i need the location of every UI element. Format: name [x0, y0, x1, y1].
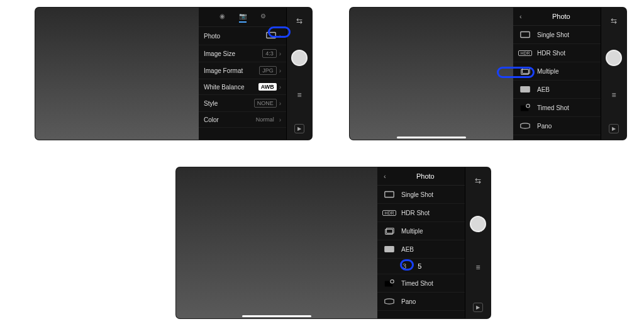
svg-rect-6	[524, 87, 525, 91]
photo-mode-panel: ‹ Photo Single Shot HDR HDR Shot Multipl…	[377, 167, 465, 318]
multiple-icon	[384, 227, 395, 235]
svg-rect-5	[522, 87, 523, 91]
back-icon[interactable]: ‹	[519, 13, 522, 20]
svg-rect-1	[521, 32, 530, 38]
svg-rect-16	[391, 247, 392, 251]
mode-timed-shot[interactable]: Timed Shot	[377, 274, 465, 293]
row-image-format[interactable]: Image Format JPG ›	[199, 62, 286, 79]
row-photo[interactable]: Photo ›	[199, 27, 286, 45]
aeb-icon	[519, 85, 531, 94]
pano-icon	[519, 121, 531, 130]
color-value: Normal	[253, 116, 277, 123]
sliders-icon[interactable]: ≡	[611, 91, 616, 99]
right-side-column: ⇆ ≡ ▶	[287, 8, 312, 140]
shutter-button[interactable]	[291, 50, 308, 66]
svg-rect-8	[521, 105, 529, 111]
mode-multiple[interactable]: Multiple	[377, 222, 465, 240]
shutter-button[interactable]	[606, 50, 622, 66]
timed-shot-icon	[384, 279, 395, 288]
mode-label: HDR Shot	[537, 50, 565, 57]
mode-hdr-shot[interactable]: HDR HDR Shot	[377, 204, 465, 222]
white-balance-label: White Balance	[204, 84, 244, 91]
mode-multiple[interactable]: Multiple	[513, 62, 601, 81]
mode-label: Single Shot	[401, 191, 433, 198]
row-style[interactable]: Style NONE ›	[199, 95, 286, 112]
switch-camera-icon[interactable]: ⇆	[475, 176, 481, 185]
home-indicator	[242, 315, 311, 317]
playback-button[interactable]: ▶	[294, 124, 304, 133]
aeb-option-5[interactable]: 5	[418, 262, 421, 270]
svg-rect-14	[386, 247, 387, 251]
home-indicator	[397, 137, 466, 138]
photo-mode-panel: ‹ Photo Single Shot HDR HDR Shot Multipl…	[513, 8, 601, 140]
style-value: NONE	[254, 99, 277, 108]
mode-label: Pano	[537, 123, 552, 130]
hdr-icon: HDR	[384, 208, 395, 217]
row-color[interactable]: Color Normal ›	[199, 112, 286, 128]
camera-settings-panel: ◉ 📷 ⚙ Photo › Image Size 4:3 › Image For…	[199, 8, 287, 140]
svg-rect-7	[526, 87, 528, 91]
mode-aeb[interactable]: AEB	[377, 240, 465, 259]
image-size-value: 4:3	[262, 49, 277, 58]
playback-button[interactable]: ▶	[609, 124, 619, 133]
mode-label: HDR Shot	[401, 210, 430, 216]
right-side-column: ⇆ ≡ ▶	[465, 167, 491, 318]
row-white-balance[interactable]: White Balance AWB ›	[199, 79, 286, 95]
chevron-right-icon: ›	[279, 67, 281, 74]
mode-single-shot[interactable]: Single Shot	[513, 26, 601, 44]
sliders-icon[interactable]: ≡	[297, 91, 301, 99]
mode-pano[interactable]: Pano	[513, 117, 601, 135]
mode-label: AEB	[537, 86, 550, 93]
tab-exposure[interactable]: ◉	[219, 13, 225, 23]
switch-camera-icon[interactable]: ⇆	[611, 16, 617, 25]
style-label: Style	[204, 100, 218, 107]
svg-rect-0	[266, 33, 275, 38]
chevron-right-icon: ›	[279, 50, 281, 57]
mode-single-shot[interactable]: Single Shot	[377, 186, 465, 204]
mode-hdr-shot[interactable]: HDR HDR Shot	[513, 44, 601, 62]
switch-camera-icon[interactable]: ⇆	[296, 16, 303, 25]
chevron-right-icon: ›	[279, 33, 281, 40]
screenshot-2: ‹ Photo Single Shot HDR HDR Shot Multipl…	[350, 8, 626, 140]
mode-aeb[interactable]: AEB	[513, 81, 601, 99]
screenshot-1: ◉ 📷 ⚙ Photo › Image Size 4:3 › Image For…	[35, 8, 312, 140]
mode-label: Timed Shot	[401, 280, 433, 287]
mode-label: Pano	[401, 298, 416, 305]
row-image-size[interactable]: Image Size 4:3 ›	[199, 45, 286, 62]
mode-timed-shot[interactable]: Timed Shot	[513, 99, 601, 117]
image-format-label: Image Format	[204, 67, 243, 74]
mode-label: Multiple	[537, 68, 558, 75]
single-shot-icon	[265, 31, 277, 41]
panel-tabs: ◉ 📷 ⚙	[199, 8, 286, 27]
aeb-icon	[384, 245, 395, 254]
image-size-label: Image Size	[204, 50, 235, 57]
aeb-option-3[interactable]: 3	[402, 262, 406, 270]
screenshot-3: ‹ Photo Single Shot HDR HDR Shot Multipl…	[176, 167, 491, 318]
image-format-value: JPG	[259, 66, 277, 75]
camera-viewport[interactable]	[176, 167, 377, 318]
aeb-options: 3 5	[377, 259, 465, 274]
playback-button[interactable]: ▶	[473, 303, 483, 312]
camera-viewport[interactable]	[350, 8, 513, 140]
single-shot-icon	[384, 190, 395, 199]
white-balance-value: AWB	[258, 83, 277, 91]
svg-rect-15	[388, 247, 389, 251]
mode-label: AEB	[401, 246, 414, 253]
svg-rect-17	[385, 281, 393, 286]
multiple-icon	[519, 67, 531, 76]
panel-title: Photo	[392, 172, 458, 180]
svg-rect-10	[385, 192, 394, 198]
tab-settings[interactable]: ⚙	[260, 13, 266, 23]
photo-label: Photo	[204, 33, 220, 40]
panel-title: Photo	[528, 13, 594, 20]
pano-icon	[384, 297, 395, 306]
chevron-right-icon: ›	[279, 116, 281, 123]
mode-label: Timed Shot	[537, 104, 569, 111]
shutter-button[interactable]	[470, 216, 486, 232]
sliders-icon[interactable]: ≡	[475, 263, 480, 272]
mode-pano[interactable]: Pano	[377, 293, 465, 311]
panel-header: ‹ Photo	[377, 167, 465, 186]
tab-camera[interactable]: 📷	[239, 13, 247, 23]
back-icon[interactable]: ‹	[384, 172, 386, 180]
camera-viewport[interactable]	[35, 8, 199, 140]
